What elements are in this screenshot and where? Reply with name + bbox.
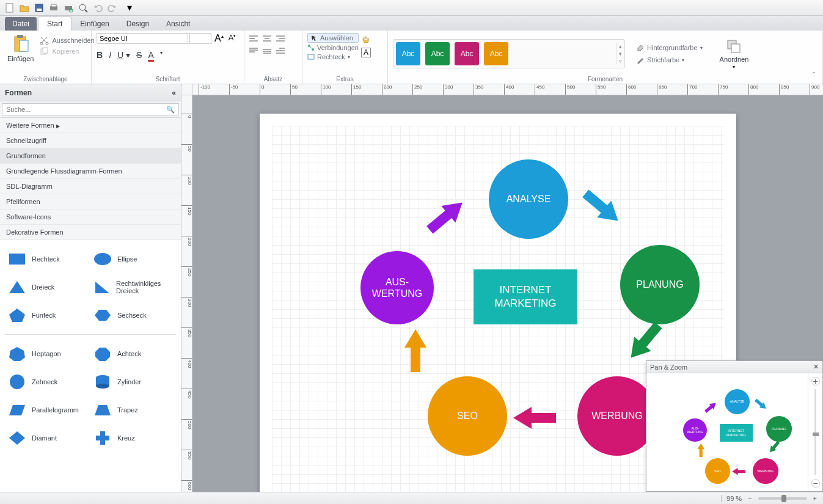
open-icon[interactable]	[18, 2, 31, 14]
search-icon[interactable]: 🔍	[166, 106, 175, 114]
align-left-icon[interactable]	[249, 35, 258, 43]
pan-zoom-panel[interactable]: Pan & Zoom ✕ INTERNETMARKETINGANALYSEPLA…	[646, 360, 823, 492]
shape-item[interactable]: Kreuz	[90, 424, 176, 452]
sidebar-category[interactable]: Software-Icons	[0, 210, 181, 225]
align-right-icon[interactable]	[276, 35, 285, 43]
sidebar-category[interactable]: Schnellzugriff	[0, 133, 181, 148]
pan-zoom-thumbnail[interactable]: INTERNETMARKETINGANALYSEPLANUNGWERBUNGSE…	[650, 377, 804, 488]
align-bottom-icon[interactable]	[276, 48, 285, 55]
shape-item[interactable]: Heptagon	[5, 340, 90, 368]
shape-item[interactable]: Dreieck	[5, 273, 90, 301]
zoom-slider[interactable]	[758, 497, 807, 500]
underline-icon[interactable]: U ▾	[117, 50, 130, 62]
zoom-in-status-icon[interactable]: +	[813, 495, 817, 502]
bold-icon[interactable]: B	[97, 50, 103, 62]
style-sample-2[interactable]: Abc	[425, 42, 450, 65]
diagram-node[interactable]: ANALYSE	[489, 159, 568, 239]
decrease-font-icon[interactable]: A▾	[227, 33, 238, 44]
style-gallery[interactable]: Abc Abc Abc Abc ▴ ▾ ▿	[393, 39, 625, 68]
sidebar-category[interactable]: Grundformen	[0, 148, 181, 164]
diagram-node[interactable]: WERBUNG	[577, 376, 657, 456]
diagram-node[interactable]: PLANUNG	[766, 416, 792, 442]
diagram-node[interactable]: WERBUNG	[753, 458, 778, 484]
pan-tool-icon[interactable]	[361, 34, 371, 44]
gallery-down-icon[interactable]: ▾	[619, 51, 622, 57]
stroke-color-button[interactable]: Strichfarbe▾	[636, 55, 703, 65]
print-preview-icon[interactable]	[62, 2, 75, 14]
diagram-arrow[interactable]	[753, 397, 769, 411]
shapes-search-input[interactable]	[2, 103, 179, 115]
shape-item[interactable]: Parallelogramm	[5, 396, 90, 424]
shape-item[interactable]: Diamant	[5, 424, 90, 452]
gallery-more-icon[interactable]: ▿	[619, 58, 622, 64]
font-color-icon[interactable]: A	[148, 50, 153, 62]
tab-start[interactable]: Start	[38, 16, 71, 31]
cut-button[interactable]: Ausschneiden	[40, 35, 94, 45]
diagram-node[interactable]: SEO	[705, 458, 731, 484]
shape-item[interactable]: Sechseck	[90, 301, 176, 329]
diagram-node[interactable]: ANALYSE	[725, 389, 750, 415]
align-top-icon[interactable]	[249, 48, 258, 55]
sidebar-category[interactable]: Grundlegende Flussdiagramm-Formen	[0, 164, 181, 179]
print-icon[interactable]	[48, 2, 60, 14]
shape-item[interactable]: Ellipse	[90, 245, 176, 273]
zoom-slider-vertical[interactable]: + −	[808, 373, 822, 491]
sidebar-more-shapes[interactable]: Weitere Formen ▶	[0, 118, 181, 133]
zoom-in-icon[interactable]: +	[811, 377, 820, 385]
align-center-icon[interactable]	[263, 35, 271, 43]
style-sample-1[interactable]: Abc	[396, 42, 420, 65]
collapse-ribbon-icon[interactable]: ⌃	[811, 71, 816, 78]
align-middle-icon[interactable]	[263, 48, 271, 55]
style-sample-4[interactable]: Abc	[484, 42, 508, 65]
save-icon[interactable]	[33, 2, 45, 14]
diagram-center[interactable]: INTERNETMARKETING	[720, 424, 753, 442]
undo-icon[interactable]	[92, 2, 104, 14]
connections-button[interactable]: Verbindungen	[307, 43, 359, 52]
sidebar-category[interactable]: Pfeilformen	[0, 194, 181, 210]
file-tab[interactable]: Datei	[5, 17, 37, 31]
diagram-arrow[interactable]	[513, 407, 556, 429]
shape-item[interactable]: Zehneck	[5, 368, 90, 396]
select-tool-button[interactable]: Auswählen	[307, 33, 359, 43]
zoom-out-status-icon[interactable]: −	[748, 495, 752, 502]
tab-design[interactable]: Design	[118, 17, 158, 31]
collapse-sidebar-icon[interactable]: «	[172, 89, 176, 97]
shape-item[interactable]: Rechteck	[5, 245, 90, 273]
zoom-icon[interactable]	[77, 2, 89, 14]
diagram-node[interactable]: AUS-WERTUNG	[683, 418, 706, 442]
increase-font-icon[interactable]: A▴	[213, 33, 225, 44]
diagram-node[interactable]: PLANUNG	[620, 245, 700, 324]
font-size-input[interactable]	[189, 33, 211, 44]
arrange-button[interactable]: Anordnen ▾	[717, 37, 752, 71]
style-sample-3[interactable]: Abc	[455, 42, 479, 65]
italic-icon[interactable]: I	[109, 50, 111, 62]
font-name-input[interactable]	[97, 33, 188, 44]
paste-button[interactable]: Einfügen	[5, 33, 36, 64]
strike-icon[interactable]: S	[136, 50, 142, 62]
diagram-node[interactable]: AUS-WERTUNG	[360, 251, 434, 324]
diagram-arrow[interactable]	[697, 444, 704, 457]
shape-item[interactable]: Fünfeck	[5, 301, 90, 329]
sidebar-category[interactable]: SDL-Diagramm	[0, 179, 181, 194]
gallery-up-icon[interactable]: ▴	[619, 43, 622, 49]
tab-insert[interactable]: Einfügen	[71, 17, 117, 31]
tab-view[interactable]: Ansicht	[158, 17, 199, 31]
redo-icon[interactable]	[106, 2, 119, 14]
copy-button[interactable]: Kopieren	[40, 46, 94, 56]
zoom-out-icon[interactable]: −	[811, 479, 820, 488]
diagram-center[interactable]: INTERNETMARKETING	[474, 269, 577, 324]
new-icon[interactable]	[4, 2, 16, 14]
diagram-arrow[interactable]	[732, 468, 745, 475]
diagram-arrow[interactable]	[404, 329, 426, 372]
rectangle-tool-button[interactable]: Rechteck▾	[307, 53, 359, 61]
background-color-button[interactable]: Hintergrundfarbe▾	[636, 43, 703, 53]
shape-item[interactable]: Zylinder	[90, 368, 176, 396]
text-tool-icon[interactable]: A	[361, 48, 371, 57]
diagram-arrow[interactable]	[767, 440, 781, 455]
shape-item[interactable]: Achteck	[90, 340, 176, 368]
diagram-node[interactable]: SEO	[428, 376, 507, 456]
sidebar-category[interactable]: Dekorative Formen	[0, 225, 181, 240]
shape-item[interactable]: Rechtwinkliges Dreieck	[90, 273, 176, 301]
qat-dropdown-icon[interactable]: ▾	[123, 2, 136, 14]
shape-item[interactable]: Trapez	[90, 396, 176, 424]
